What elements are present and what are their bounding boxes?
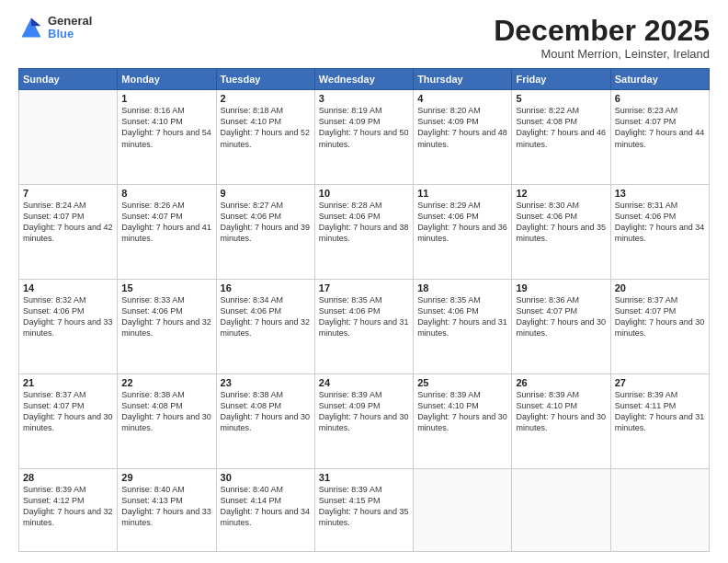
table-row: 27 Sunrise: 8:39 AM Sunset: 4:11 PM Dayl… xyxy=(610,373,709,468)
table-row: 24 Sunrise: 8:39 AM Sunset: 4:09 PM Dayl… xyxy=(314,373,413,468)
sunrise-label: Sunrise: 8:29 AM xyxy=(417,201,481,210)
sunrise-label: Sunrise: 8:39 AM xyxy=(319,485,382,494)
sunrise-label: Sunrise: 8:16 AM xyxy=(121,106,185,115)
col-friday: Friday xyxy=(512,69,610,90)
sunset-label: Sunset: 4:07 PM xyxy=(23,401,85,410)
header: General Blue December 2025 Mount Merrion… xyxy=(18,15,710,61)
table-row: 13 Sunrise: 8:31 AM Sunset: 4:06 PM Dayl… xyxy=(610,185,709,280)
sunset-label: Sunset: 4:06 PM xyxy=(221,212,282,221)
sunset-label: Sunset: 4:15 PM xyxy=(319,496,381,505)
table-row: 7 Sunrise: 8:24 AM Sunset: 4:07 PM Dayli… xyxy=(19,185,118,280)
daylight-label: Daylight: 7 hours and 30 minutes. xyxy=(319,412,409,432)
cell-info: Sunrise: 8:39 AM Sunset: 4:10 PM Dayligh… xyxy=(417,389,507,434)
sunrise-label: Sunrise: 8:30 AM xyxy=(516,201,579,210)
daylight-label: Daylight: 7 hours and 42 minutes. xyxy=(23,223,113,243)
table-row xyxy=(512,468,610,551)
cell-info: Sunrise: 8:35 AM Sunset: 4:06 PM Dayligh… xyxy=(417,294,507,339)
cell-info: Sunrise: 8:32 AM Sunset: 4:06 PM Dayligh… xyxy=(23,294,113,339)
cell-info: Sunrise: 8:38 AM Sunset: 4:08 PM Dayligh… xyxy=(221,389,311,434)
sunrise-label: Sunrise: 8:35 AM xyxy=(417,295,481,304)
sunset-label: Sunset: 4:09 PM xyxy=(319,401,381,410)
day-number: 23 xyxy=(221,377,311,388)
sunset-label: Sunset: 4:07 PM xyxy=(516,306,577,316)
cell-info: Sunrise: 8:26 AM Sunset: 4:07 PM Dayligh… xyxy=(121,200,211,245)
cell-info: Sunrise: 8:38 AM Sunset: 4:08 PM Dayligh… xyxy=(121,389,211,434)
logo-blue-text: Blue xyxy=(48,28,92,40)
sunrise-label: Sunrise: 8:40 AM xyxy=(221,485,284,494)
cell-info: Sunrise: 8:37 AM Sunset: 4:07 PM Dayligh… xyxy=(615,294,705,339)
sunset-label: Sunset: 4:06 PM xyxy=(319,306,381,316)
sunset-label: Sunset: 4:06 PM xyxy=(121,306,183,316)
day-number: 24 xyxy=(319,377,409,388)
cell-info: Sunrise: 8:33 AM Sunset: 4:06 PM Dayligh… xyxy=(121,294,211,339)
day-number: 26 xyxy=(516,377,606,388)
daylight-label: Daylight: 7 hours and 30 minutes. xyxy=(121,412,211,432)
logo-general-text: General xyxy=(48,15,92,28)
cell-info: Sunrise: 8:40 AM Sunset: 4:14 PM Dayligh… xyxy=(221,484,311,529)
table-row: 3 Sunrise: 8:19 AM Sunset: 4:09 PM Dayli… xyxy=(314,90,413,185)
daylight-label: Daylight: 7 hours and 30 minutes. xyxy=(516,412,606,432)
table-row: 19 Sunrise: 8:36 AM Sunset: 4:07 PM Dayl… xyxy=(512,279,610,373)
table-row: 25 Sunrise: 8:39 AM Sunset: 4:10 PM Dayl… xyxy=(414,373,512,468)
daylight-label: Daylight: 7 hours and 32 minutes. xyxy=(221,317,311,338)
sunset-label: Sunset: 4:06 PM xyxy=(221,306,282,316)
cell-info: Sunrise: 8:39 AM Sunset: 4:09 PM Dayligh… xyxy=(319,389,409,434)
table-row xyxy=(19,90,118,185)
table-row: 30 Sunrise: 8:40 AM Sunset: 4:14 PM Dayl… xyxy=(216,468,314,551)
calendar-week-row: 14 Sunrise: 8:32 AM Sunset: 4:06 PM Dayl… xyxy=(19,279,710,373)
sunset-label: Sunset: 4:08 PM xyxy=(221,401,282,410)
day-number: 7 xyxy=(23,188,113,199)
location-subtitle: Mount Merrion, Leinster, Ireland xyxy=(494,47,710,61)
day-number: 9 xyxy=(221,188,311,199)
cell-info: Sunrise: 8:16 AM Sunset: 4:10 PM Dayligh… xyxy=(121,105,211,150)
daylight-label: Daylight: 7 hours and 30 minutes. xyxy=(615,317,705,338)
sunrise-label: Sunrise: 8:39 AM xyxy=(615,390,678,399)
daylight-label: Daylight: 7 hours and 31 minutes. xyxy=(615,412,705,432)
daylight-label: Daylight: 7 hours and 32 minutes. xyxy=(23,507,113,527)
cell-info: Sunrise: 8:27 AM Sunset: 4:06 PM Dayligh… xyxy=(221,200,311,245)
table-row: 29 Sunrise: 8:40 AM Sunset: 4:13 PM Dayl… xyxy=(118,468,216,551)
sunrise-label: Sunrise: 8:26 AM xyxy=(121,201,185,210)
calendar-week-row: 1 Sunrise: 8:16 AM Sunset: 4:10 PM Dayli… xyxy=(19,90,710,185)
sunset-label: Sunset: 4:06 PM xyxy=(417,306,479,316)
cell-info: Sunrise: 8:31 AM Sunset: 4:06 PM Dayligh… xyxy=(615,200,705,245)
daylight-label: Daylight: 7 hours and 34 minutes. xyxy=(615,223,705,243)
daylight-label: Daylight: 7 hours and 38 minutes. xyxy=(319,223,409,243)
daylight-label: Daylight: 7 hours and 30 minutes. xyxy=(23,412,113,432)
table-row: 18 Sunrise: 8:35 AM Sunset: 4:06 PM Dayl… xyxy=(414,279,512,373)
table-row: 9 Sunrise: 8:27 AM Sunset: 4:06 PM Dayli… xyxy=(216,185,314,280)
sunrise-label: Sunrise: 8:23 AM xyxy=(615,106,678,115)
calendar-week-row: 21 Sunrise: 8:37 AM Sunset: 4:07 PM Dayl… xyxy=(19,373,710,468)
table-row: 28 Sunrise: 8:39 AM Sunset: 4:12 PM Dayl… xyxy=(19,468,118,551)
col-monday: Monday xyxy=(118,69,216,90)
cell-info: Sunrise: 8:34 AM Sunset: 4:06 PM Dayligh… xyxy=(221,294,311,339)
sunset-label: Sunset: 4:13 PM xyxy=(121,496,183,505)
logo: General Blue xyxy=(18,15,92,41)
cell-info: Sunrise: 8:37 AM Sunset: 4:07 PM Dayligh… xyxy=(23,389,113,434)
table-row: 14 Sunrise: 8:32 AM Sunset: 4:06 PM Dayl… xyxy=(19,279,118,373)
calendar-week-row: 28 Sunrise: 8:39 AM Sunset: 4:12 PM Dayl… xyxy=(19,468,710,551)
table-row xyxy=(610,468,709,551)
daylight-label: Daylight: 7 hours and 39 minutes. xyxy=(221,223,311,243)
day-number: 2 xyxy=(221,93,311,104)
sunrise-label: Sunrise: 8:31 AM xyxy=(615,201,678,210)
sunset-label: Sunset: 4:14 PM xyxy=(221,496,282,505)
sunrise-label: Sunrise: 8:32 AM xyxy=(23,295,86,304)
table-row: 20 Sunrise: 8:37 AM Sunset: 4:07 PM Dayl… xyxy=(610,279,709,373)
sunrise-label: Sunrise: 8:38 AM xyxy=(121,390,185,399)
table-row: 8 Sunrise: 8:26 AM Sunset: 4:07 PM Dayli… xyxy=(118,185,216,280)
sunrise-label: Sunrise: 8:40 AM xyxy=(121,485,185,494)
sunrise-label: Sunrise: 8:24 AM xyxy=(23,201,86,210)
cell-info: Sunrise: 8:39 AM Sunset: 4:11 PM Dayligh… xyxy=(615,389,705,434)
col-sunday: Sunday xyxy=(19,69,118,90)
daylight-label: Daylight: 7 hours and 30 minutes. xyxy=(516,317,606,338)
day-number: 6 xyxy=(615,93,705,104)
sunrise-label: Sunrise: 8:22 AM xyxy=(516,106,579,115)
sunset-label: Sunset: 4:09 PM xyxy=(417,117,479,126)
day-number: 29 xyxy=(121,472,211,483)
daylight-label: Daylight: 7 hours and 52 minutes. xyxy=(221,128,311,148)
day-number: 28 xyxy=(23,472,113,483)
sunset-label: Sunset: 4:11 PM xyxy=(615,401,677,410)
table-row: 21 Sunrise: 8:37 AM Sunset: 4:07 PM Dayl… xyxy=(19,373,118,468)
day-number: 10 xyxy=(319,188,409,199)
